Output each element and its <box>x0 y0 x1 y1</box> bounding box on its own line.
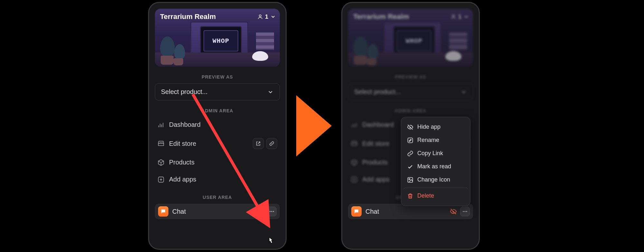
community-title: Terrarium Realm <box>160 13 216 21</box>
nav-label: Add apps <box>169 176 196 183</box>
image-icon <box>407 177 413 183</box>
svg-point-3 <box>271 211 272 212</box>
preview-product-select[interactable]: Select product... <box>155 83 280 100</box>
person-icon <box>257 14 263 20</box>
ctx-label: Copy Link <box>417 150 443 157</box>
ctx-label: Change Icon <box>417 176 450 183</box>
storefront-icon <box>351 140 358 147</box>
app-more-button[interactable] <box>460 207 470 216</box>
cube-icon <box>351 159 358 166</box>
copy-link-button[interactable] <box>266 138 277 149</box>
ctx-copy-link[interactable]: Copy Link <box>403 147 468 160</box>
bar-chart-icon <box>351 121 358 128</box>
ctx-mark-read[interactable]: Mark as read <box>403 160 468 173</box>
transition-arrow-icon <box>296 95 332 156</box>
cursor-pointer-icon <box>266 236 276 247</box>
user-app-chat[interactable]: Chat <box>155 204 280 219</box>
admin-section-label: ADMIN AREA <box>348 108 473 113</box>
more-horizontal-icon <box>269 209 275 214</box>
svg-point-10 <box>466 211 467 212</box>
svg-point-0 <box>259 15 261 17</box>
ctx-change-icon[interactable]: Change Icon <box>403 173 468 186</box>
select-placeholder: Select product... <box>354 88 401 96</box>
preview-product-select[interactable]: Select product... <box>348 83 473 100</box>
svg-point-6 <box>452 15 454 17</box>
eye-off-icon <box>407 124 413 130</box>
user-section-label: USER AREA <box>155 195 280 200</box>
plus-square-icon <box>351 176 358 183</box>
trash-icon <box>407 193 413 199</box>
member-count: 1 <box>458 14 461 20</box>
cube-icon <box>157 159 165 166</box>
nav-dashboard[interactable]: Dashboard <box>155 117 280 132</box>
open-external-button[interactable] <box>253 138 264 149</box>
nav-label: Dashboard <box>169 121 201 128</box>
nav-label: Products <box>362 159 388 166</box>
ctx-label: Hide app <box>417 124 440 130</box>
nav-label: Add apps <box>362 176 390 183</box>
chat-label: Chat <box>172 208 186 215</box>
more-horizontal-icon <box>462 209 468 214</box>
app-more-button[interactable] <box>267 207 277 216</box>
plus-square-icon <box>157 176 165 183</box>
chat-app-icon <box>158 206 168 217</box>
community-header-card[interactable]: WHOP Terrarium Realm 1 <box>155 9 280 67</box>
bar-chart-icon <box>157 121 165 128</box>
brand-logo: WHOP <box>204 30 238 51</box>
svg-point-4 <box>273 211 274 212</box>
eye-off-icon <box>450 208 457 215</box>
hidden-indicator-icon <box>257 208 264 215</box>
svg-point-2 <box>270 211 270 212</box>
member-count-dropdown[interactable]: 1 <box>257 14 276 20</box>
external-link-icon <box>256 141 261 146</box>
member-count: 1 <box>265 14 268 20</box>
nav-label: Dashboard <box>362 121 394 128</box>
community-header-card[interactable]: WHOP Terrarium Realm 1 <box>348 9 473 67</box>
nav-products[interactable]: Products <box>155 155 280 170</box>
nav-label: Edit store <box>169 140 196 147</box>
chevron-down-icon <box>463 14 469 20</box>
svg-point-8 <box>463 211 464 212</box>
chat-app-icon <box>351 206 362 217</box>
eye-off-icon <box>257 208 264 215</box>
speech-bubble-icon <box>354 209 359 214</box>
community-title: Terrarium Realm <box>353 13 409 21</box>
preview-section-label: PREVIEW AS <box>155 74 280 79</box>
chevron-down-icon <box>460 89 467 95</box>
nav-edit-store[interactable]: Edit store <box>155 134 280 153</box>
brand-logo: WHOP <box>397 30 431 51</box>
speech-bubble-icon <box>160 209 166 214</box>
link-icon <box>407 150 413 157</box>
ctx-hide-app[interactable]: Hide app <box>403 120 468 134</box>
ctx-rename[interactable]: Rename <box>403 134 468 147</box>
sidebar-panel-before: WHOP Terrarium Realm 1 PREVIEW AS Select… <box>148 2 287 250</box>
chat-label: Chat <box>365 208 379 215</box>
preview-section-label: PREVIEW AS <box>348 74 473 79</box>
nav-add-apps[interactable]: Add apps <box>155 172 280 187</box>
link-icon <box>269 141 274 146</box>
chevron-down-icon <box>270 14 276 20</box>
hidden-indicator-icon <box>450 208 457 215</box>
nav-label: Products <box>169 159 194 166</box>
check-icon <box>407 163 413 170</box>
storefront-icon <box>157 140 165 147</box>
person-icon <box>450 14 456 20</box>
ctx-delete[interactable]: Delete <box>403 188 468 202</box>
ctx-label: Mark as read <box>417 163 451 170</box>
select-placeholder: Select product... <box>161 88 208 96</box>
svg-rect-11 <box>408 138 413 143</box>
sidebar-panel-after: WHOP Terrarium Realm 1 PREVIEW AS <box>341 2 480 250</box>
svg-point-9 <box>465 211 466 212</box>
app-context-menu: Hide app Rename Copy Link Mark as read C… <box>401 117 470 206</box>
ctx-label: Rename <box>417 137 439 144</box>
nav-label: Edit store <box>362 140 389 147</box>
ctx-label: Delete <box>417 192 434 199</box>
user-app-chat[interactable]: Chat <box>348 204 473 219</box>
admin-section-label: ADMIN AREA <box>155 108 280 113</box>
chevron-down-icon <box>267 89 274 95</box>
pencil-icon <box>407 137 413 144</box>
svg-point-13 <box>409 178 410 179</box>
member-count-dropdown[interactable]: 1 <box>450 14 469 20</box>
